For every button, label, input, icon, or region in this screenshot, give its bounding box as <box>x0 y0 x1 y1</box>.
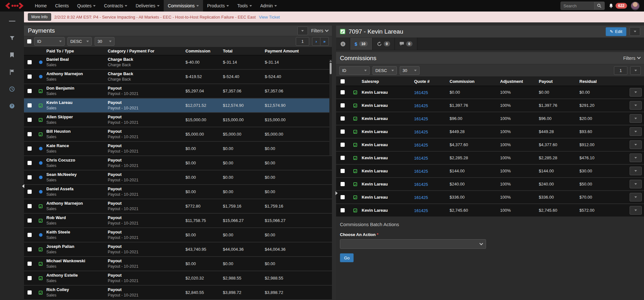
row-checkbox[interactable] <box>27 132 32 136</box>
commission-row[interactable]: Kevin Lareau 161425 $0.00 100% $0.00 $0.… <box>336 86 644 99</box>
commission-row[interactable]: Kevin Lareau 161425 $1,397.76 100% $1,39… <box>336 99 644 112</box>
row-checkbox[interactable] <box>27 233 32 237</box>
collapse-left-panel-handle[interactable] <box>22 184 24 188</box>
page-size-select[interactable]: 30 <box>95 37 114 46</box>
nav-item[interactable]: Contracts <box>100 0 131 12</box>
nav-item[interactable]: Products <box>203 0 233 12</box>
payment-row[interactable]: Allen Skipper Sales Payout Payout - 10-2… <box>24 113 332 127</box>
select-all-checkbox[interactable] <box>27 39 31 43</box>
flag-icon[interactable] <box>9 69 15 75</box>
quote-link[interactable]: 161425 <box>414 130 428 134</box>
row-actions-dropdown-button[interactable] <box>630 114 642 123</box>
payment-row[interactable]: Michael Wankowski Sales Payout Payout - … <box>24 257 332 271</box>
row-checkbox[interactable] <box>341 130 345 134</box>
quote-link[interactable]: 161425 <box>414 208 428 213</box>
quote-link[interactable]: 161425 <box>414 103 428 108</box>
detail-actions-dropdown-button[interactable] <box>630 27 640 36</box>
row-checkbox[interactable] <box>27 218 32 223</box>
notification-count-badge[interactable]: 622 <box>616 3 627 9</box>
choose-action-select[interactable] <box>340 239 486 249</box>
row-checkbox[interactable] <box>27 118 32 122</box>
quote-link[interactable]: 161425 <box>414 169 428 174</box>
commission-row[interactable]: Kevin Lareau 161425 $240.00 100% $240.00… <box>336 178 644 191</box>
commissions-page-size-select[interactable]: 30 <box>400 66 420 75</box>
user-avatar[interactable] <box>631 2 640 10</box>
commission-row[interactable]: Kevin Lareau 161425 $2,285.28 100% $2,28… <box>336 152 644 165</box>
row-checkbox[interactable] <box>27 276 32 280</box>
nav-item[interactable]: Deliveries <box>131 0 163 12</box>
row-checkbox[interactable] <box>27 190 32 194</box>
payment-row[interactable]: Rich Colley Sales Payout Payout - 10-202… <box>24 286 332 300</box>
payments-filters-toggle[interactable]: Filters <box>311 28 328 33</box>
row-checkbox[interactable] <box>27 75 32 79</box>
row-checkbox[interactable] <box>27 161 32 165</box>
quote-link[interactable]: 161425 <box>414 182 428 187</box>
row-checkbox[interactable] <box>27 89 32 93</box>
row-checkbox[interactable] <box>341 103 345 107</box>
next-page-button[interactable]: › <box>312 37 320 46</box>
nav-item[interactable]: Home <box>31 0 51 12</box>
commissions-sort-direction-select[interactable]: DESC <box>373 66 397 75</box>
commission-row[interactable]: Kevin Lareau 161425 $449.28 100% $449.28… <box>336 125 644 138</box>
payment-row[interactable]: Kevin Lareau Sales Payout Payout - 10-20… <box>24 99 332 113</box>
row-checkbox[interactable] <box>341 208 345 212</box>
payment-row[interactable]: Don Benjamin Sales Payout Payout - 10-20… <box>24 84 332 99</box>
commission-row[interactable]: Kevin Lareau 161425 $144.00 100% $144.00… <box>336 165 644 178</box>
commissions-filters-toggle[interactable]: Filters <box>623 56 640 61</box>
search-input[interactable] <box>561 2 594 10</box>
payment-row[interactable]: Kate Rance Sales Payout Payout - 10-2021… <box>24 142 332 156</box>
commission-row[interactable]: Kevin Lareau 161425 $2,745.60 100% $2,74… <box>336 204 644 217</box>
sort-field-select[interactable]: ID <box>34 37 65 46</box>
payment-row[interactable]: Chris Cocuzzo Sales Payout Payout - 10-2… <box>24 156 332 170</box>
tab-comments[interactable]: 0 <box>395 38 417 50</box>
row-checkbox[interactable] <box>341 116 345 121</box>
row-checkbox[interactable] <box>27 175 32 179</box>
payment-row[interactable]: Bill Heuston Sales Payout Payout - 10-20… <box>24 127 332 142</box>
commission-row[interactable]: Kevin Lareau 161425 $336.00 100% $336.00… <box>336 191 644 204</box>
commission-row[interactable]: Kevin Lareau 161425 $96.00 100% $96.00 $… <box>336 112 644 125</box>
tab-info[interactable]: i <box>336 38 350 50</box>
row-checkbox[interactable] <box>341 169 345 173</box>
scroll-up-icon[interactable] <box>329 60 332 62</box>
app-logo[interactable] <box>5 3 24 9</box>
payment-row[interactable]: Rob Ward Sales Payout Payout - 10-2021 $… <box>24 214 332 228</box>
row-checkbox[interactable] <box>341 195 345 199</box>
row-checkbox[interactable] <box>341 182 345 186</box>
payment-row[interactable]: Sean McNeeley Sales Payout Payout - 10-2… <box>24 170 332 185</box>
row-checkbox[interactable] <box>341 90 345 94</box>
last-page-button[interactable]: » <box>320 37 329 46</box>
row-actions-dropdown-button[interactable] <box>630 127 642 136</box>
row-checkbox[interactable] <box>27 247 32 251</box>
payment-row[interactable]: Anthony Estelle Sales Payout Payout - 10… <box>24 271 332 286</box>
nav-item[interactable]: Commissions <box>164 0 203 12</box>
nav-item[interactable]: Quotes <box>73 0 100 12</box>
row-actions-dropdown-button[interactable] <box>630 167 642 175</box>
row-checkbox[interactable] <box>27 262 32 266</box>
quote-link[interactable]: 161425 <box>414 195 428 200</box>
quote-link[interactable]: 161425 <box>414 116 428 121</box>
commissions-page-number-input[interactable] <box>614 66 627 75</box>
filter-funnel-icon[interactable] <box>9 35 15 41</box>
menu-icon[interactable] <box>9 18 15 24</box>
tab-commissions[interactable]: $ 10 <box>350 38 373 50</box>
payments-actions-dropdown-button[interactable] <box>297 27 308 35</box>
go-button[interactable]: Go <box>340 253 354 262</box>
row-checkbox[interactable] <box>27 146 32 151</box>
quote-link[interactable]: 161425 <box>414 156 428 161</box>
commissions-pager-dropdown-button[interactable] <box>630 66 641 75</box>
sort-direction-select[interactable]: DESC <box>67 37 92 46</box>
edit-button[interactable]: ✎ Edit <box>606 27 626 36</box>
page-number-input[interactable] <box>296 37 309 46</box>
nav-item[interactable]: Admin <box>256 0 281 12</box>
payment-row[interactable]: Daniel Beal Sales Charge Back Charge Bac… <box>24 55 332 70</box>
row-actions-dropdown-button[interactable] <box>630 140 642 149</box>
payment-row[interactable]: Joseph Palian Sales Payout Payout - 10-2… <box>24 242 332 257</box>
row-checkbox[interactable] <box>27 60 32 64</box>
quote-link[interactable]: 161425 <box>414 90 428 95</box>
quote-link[interactable]: 161425 <box>414 143 428 147</box>
payment-row[interactable]: Anthony Marnejon Sales Charge Back Charg… <box>24 70 332 84</box>
expand-right-panel-handle[interactable] <box>335 191 338 195</box>
commission-row[interactable]: Kevin Lareau 161425 $4,377.60 100% $4,37… <box>336 138 644 152</box>
row-checkbox[interactable] <box>27 204 32 208</box>
payment-row[interactable]: Daniel Assefa Sales Payout Payout - 10-2… <box>24 185 332 199</box>
